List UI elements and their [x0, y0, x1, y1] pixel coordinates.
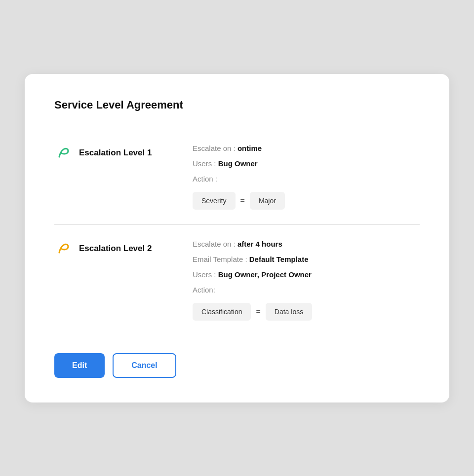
action-row-2: Classification = Data loss — [193, 303, 420, 321]
escalation-icon-1 — [54, 144, 72, 162]
action-label-1: Action : — [193, 175, 420, 183]
modal-container: Service Level Agreement Escalation Level… — [25, 74, 449, 403]
action-field-1: Severity — [193, 192, 236, 210]
users-row-2: Users : Bug Owner, Project Owner — [193, 270, 420, 279]
escalate-on-row-2: Escalate on : after 4 hours — [193, 240, 420, 248]
action-value-1: Major — [250, 192, 285, 210]
escalation-title-1: Escalation Level 1 — [79, 148, 152, 158]
page-title: Service Level Agreement — [54, 99, 420, 111]
cancel-button[interactable]: Cancel — [113, 353, 176, 378]
escalation-level-2: Escalation Level 2 Escalate on : after 4… — [54, 224, 420, 335]
escalation-left-1: Escalation Level 1 — [54, 144, 193, 162]
escalation-title-2: Escalation Level 2 — [79, 244, 152, 254]
users-row-1: Users : Bug Owner — [193, 159, 420, 168]
footer: Edit Cancel — [54, 353, 420, 378]
email-template-row: Email Template : Default Template — [193, 255, 420, 263]
escalation-left-2: Escalation Level 2 — [54, 240, 193, 257]
escalate-on-row-1: Escalate on : ontime — [193, 144, 420, 152]
equals-1: = — [240, 196, 245, 205]
action-label-2: Action: — [193, 286, 420, 294]
equals-2: = — [256, 307, 260, 316]
action-value-2: Data loss — [266, 303, 312, 321]
escalation-icon-2 — [54, 240, 72, 257]
escalation-level-1: Escalation Level 1 Escalate on : ontime … — [54, 129, 420, 224]
edit-button[interactable]: Edit — [54, 353, 105, 378]
escalation-details-1: Escalate on : ontime Users : Bug Owner A… — [193, 144, 420, 210]
action-row-1: Severity = Major — [193, 192, 420, 210]
escalation-details-2: Escalate on : after 4 hours Email Templa… — [193, 240, 420, 321]
action-field-2: Classification — [193, 303, 251, 321]
